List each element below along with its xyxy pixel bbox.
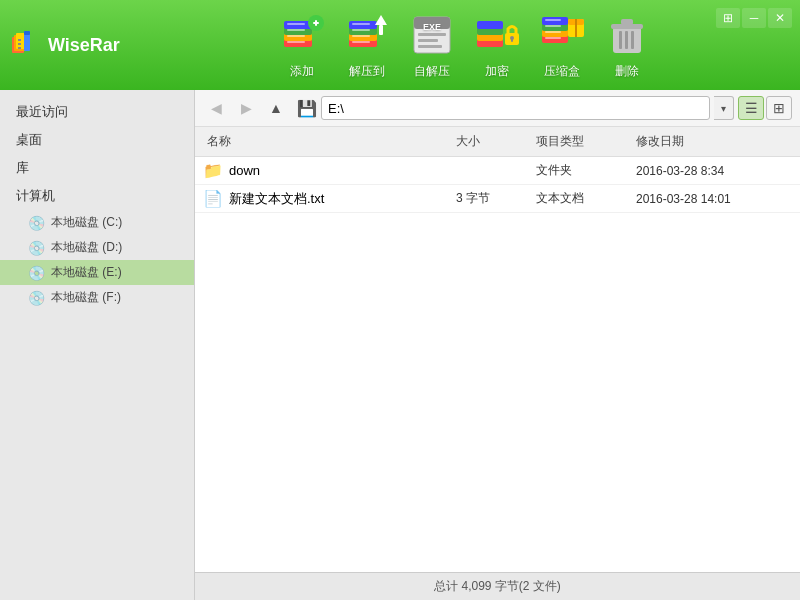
- sidebar-computer[interactable]: 计算机: [0, 182, 194, 210]
- header-name[interactable]: 名称: [203, 131, 452, 152]
- svg-rect-23: [352, 23, 370, 25]
- svg-rect-32: [418, 33, 446, 36]
- svg-rect-28: [379, 25, 383, 35]
- sidebar-drive-f[interactable]: 💿 本地磁盘 (F:): [0, 285, 194, 310]
- view-buttons: ☰ ⊞: [738, 96, 792, 120]
- file-size: [452, 169, 532, 173]
- table-row[interactable]: 📁 down 文件夹 2016-03-28 8:34: [195, 157, 800, 185]
- drive-f-icon: 💿: [28, 290, 45, 306]
- sidebar-drive-e[interactable]: 💿 本地磁盘 (E:): [0, 260, 194, 285]
- add-icon: [278, 11, 326, 59]
- svg-rect-56: [619, 31, 622, 49]
- extract-icon: [343, 11, 391, 59]
- svg-rect-24: [352, 29, 370, 31]
- svg-rect-13: [287, 29, 305, 31]
- svg-rect-55: [621, 19, 633, 25]
- drive-d-label: 本地磁盘 (D:): [51, 239, 122, 256]
- view-list-button[interactable]: ☰: [738, 96, 764, 120]
- content-area: ◀ ▶ ▲ 💾 ▾ ☰ ⊞ 名称 大小 项目类型 修改日期 📁 down: [195, 90, 800, 600]
- encrypt-button[interactable]: 加密: [470, 11, 525, 80]
- grid-button[interactable]: ⊞: [716, 8, 740, 28]
- svg-rect-12: [287, 23, 305, 25]
- encrypt-icon: [473, 11, 521, 59]
- sfx-button[interactable]: EXE 自解压: [405, 11, 460, 80]
- header-date[interactable]: 修改日期: [632, 131, 792, 152]
- file-name: 新建文本文档.txt: [229, 190, 324, 208]
- svg-rect-3: [18, 39, 21, 41]
- sidebar-item-library[interactable]: 库: [0, 154, 194, 182]
- file-size: 3 字节: [452, 188, 532, 209]
- path-input[interactable]: [321, 96, 710, 120]
- drive-e-icon: 💿: [28, 265, 45, 281]
- header-type[interactable]: 项目类型: [532, 131, 632, 152]
- svg-marker-27: [375, 15, 387, 25]
- compress-label: 压缩盒: [544, 63, 580, 80]
- file-icon: 📁: [203, 161, 223, 180]
- delete-button[interactable]: 删除: [600, 11, 655, 80]
- titlebar: WiseRar: [0, 0, 800, 90]
- file-list-header: 名称 大小 项目类型 修改日期: [195, 127, 800, 157]
- add-button[interactable]: 添加: [275, 11, 330, 80]
- path-dropdown[interactable]: ▾: [714, 96, 734, 120]
- app-title: WiseRar: [48, 35, 120, 56]
- svg-rect-57: [625, 31, 628, 49]
- svg-rect-26: [352, 41, 370, 43]
- drive-e-label: 本地磁盘 (E:): [51, 264, 122, 281]
- sidebar-drive-d[interactable]: 💿 本地磁盘 (D:): [0, 235, 194, 260]
- svg-rect-7: [24, 31, 30, 35]
- svg-rect-14: [287, 35, 305, 37]
- svg-rect-15: [287, 41, 305, 43]
- back-button[interactable]: ◀: [203, 96, 229, 120]
- sidebar-item-recent[interactable]: 最近访问: [0, 98, 194, 126]
- logo-icon: [10, 29, 42, 61]
- svg-rect-50: [545, 25, 561, 27]
- status-bar: 总计 4,099 字节(2 文件): [195, 572, 800, 600]
- file-name-cell: 📄 新建文本文档.txt: [203, 189, 452, 208]
- nav-bar: ◀ ▶ ▲ 💾 ▾ ☰ ⊞: [195, 90, 800, 127]
- file-date: 2016-03-28 8:34: [632, 162, 792, 180]
- sidebar-drive-c[interactable]: 💿 本地磁盘 (C:): [0, 210, 194, 235]
- svg-rect-33: [418, 39, 438, 42]
- minimize-button[interactable]: ─: [742, 8, 766, 28]
- file-type: 文件夹: [532, 160, 632, 181]
- file-name: down: [229, 163, 260, 178]
- extract-button[interactable]: 解压到: [340, 11, 395, 80]
- main-layout: 最近访问 桌面 库 计算机 💿 本地磁盘 (C:) 💿 本地磁盘 (D:) 💿 …: [0, 90, 800, 600]
- svg-rect-25: [352, 35, 370, 37]
- path-icon: 💾: [297, 99, 317, 118]
- sidebar-item-desktop[interactable]: 桌面: [0, 126, 194, 154]
- drive-c-label: 本地磁盘 (C:): [51, 214, 122, 231]
- drive-f-label: 本地磁盘 (F:): [51, 289, 121, 306]
- status-text: 总计 4,099 字节(2 文件): [434, 578, 561, 595]
- compress-icon: [538, 11, 586, 59]
- svg-rect-41: [511, 38, 513, 42]
- header-size[interactable]: 大小: [452, 131, 532, 152]
- svg-rect-52: [545, 37, 561, 39]
- extract-label: 解压到: [349, 63, 385, 80]
- sfx-label: 自解压: [414, 63, 450, 80]
- window-controls: ⊞ ─ ✕: [716, 8, 792, 28]
- toolbar: 添加 解压到: [140, 11, 790, 80]
- file-rows: 📁 down 文件夹 2016-03-28 8:34 📄 新建文本文档.txt …: [195, 157, 800, 213]
- sfx-icon: EXE: [408, 11, 456, 59]
- svg-rect-58: [631, 31, 634, 49]
- view-grid-button[interactable]: ⊞: [766, 96, 792, 120]
- file-name-cell: 📁 down: [203, 161, 452, 180]
- drive-d-icon: 💿: [28, 240, 45, 256]
- add-label: 添加: [290, 63, 314, 80]
- file-list: 名称 大小 项目类型 修改日期 📁 down 文件夹 2016-03-28 8:…: [195, 127, 800, 572]
- svg-rect-5: [18, 47, 21, 49]
- forward-button[interactable]: ▶: [233, 96, 259, 120]
- svg-text:EXE: EXE: [423, 22, 441, 32]
- file-date: 2016-03-28 14:01: [632, 190, 792, 208]
- table-row[interactable]: 📄 新建文本文档.txt 3 字节 文本文档 2016-03-28 14:01: [195, 185, 800, 213]
- close-button[interactable]: ✕: [768, 8, 792, 28]
- svg-rect-18: [315, 20, 317, 26]
- svg-rect-34: [418, 45, 442, 48]
- svg-rect-4: [18, 43, 21, 45]
- up-button[interactable]: ▲: [263, 96, 289, 120]
- delete-icon: [603, 11, 651, 59]
- compress-button[interactable]: 压缩盒: [535, 11, 590, 80]
- svg-rect-51: [545, 31, 561, 33]
- svg-rect-49: [545, 19, 561, 21]
